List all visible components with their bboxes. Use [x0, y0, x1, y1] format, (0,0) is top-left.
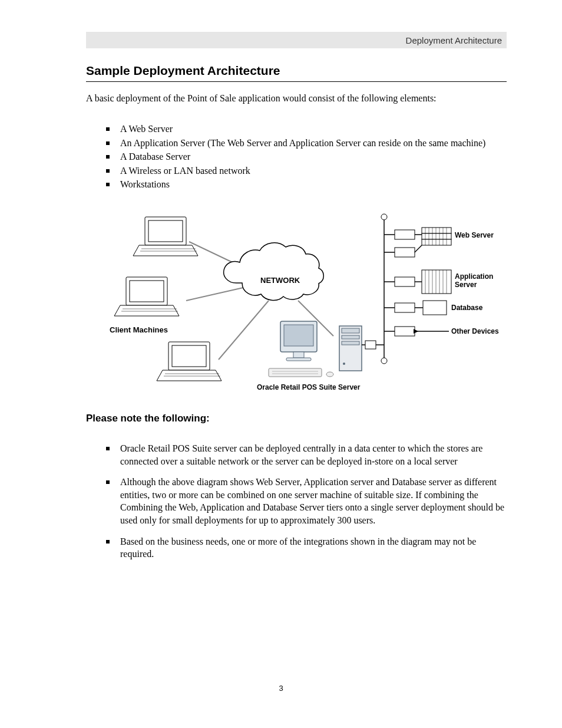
web-server-label: Web Server — [455, 231, 494, 239]
other-devices-node — [384, 327, 449, 336]
database-label: Database — [451, 304, 482, 312]
svg-rect-21 — [293, 352, 304, 358]
svg-rect-55 — [395, 277, 415, 286]
svg-point-26 — [326, 372, 333, 377]
svg-rect-5 — [148, 220, 183, 242]
svg-rect-66 — [395, 303, 415, 312]
svg-marker-6 — [133, 245, 198, 256]
list-item: A Web Server — [86, 123, 507, 136]
section-divider — [86, 81, 507, 82]
bullet-icon — [106, 480, 110, 484]
workstation-icon — [269, 321, 362, 377]
svg-rect-15 — [172, 345, 206, 367]
client-machines-label: Client Machines — [110, 325, 168, 334]
page-number: 3 — [0, 684, 562, 693]
svg-rect-43 — [422, 239, 451, 245]
section-title: Sample Deployment Architecture — [86, 64, 280, 78]
svg-line-53 — [415, 245, 422, 252]
svg-rect-42 — [422, 233, 451, 239]
bullet-icon — [106, 540, 110, 543]
bullet-icon — [106, 141, 110, 145]
database-node — [384, 301, 447, 315]
list-item: A Database Server — [86, 150, 507, 163]
svg-marker-11 — [114, 305, 179, 316]
list-item: A Wireless or LAN based network — [86, 164, 507, 177]
svg-rect-23 — [269, 368, 322, 377]
svg-line-2 — [219, 301, 269, 360]
notes-heading: Please note the following: — [86, 413, 507, 424]
laptop-icon — [114, 277, 179, 316]
svg-point-37 — [381, 358, 387, 364]
app-server-label: Application Server — [455, 272, 502, 289]
svg-marker-72 — [414, 329, 418, 334]
svg-rect-39 — [395, 230, 415, 239]
bullet-icon — [106, 169, 110, 173]
list-item-text: Based on the business needs, one or more… — [120, 535, 507, 561]
intro-paragraph: A basic deployment of the Point of Sale … — [86, 92, 507, 105]
svg-rect-32 — [365, 341, 376, 349]
bullet-icon — [106, 155, 110, 159]
bullet-icon — [106, 127, 110, 131]
list-item: Oracle Retail POS Suite server can be de… — [86, 442, 507, 467]
cloud-label: NETWORK — [260, 276, 300, 285]
list-item: Although the above diagram shows Web Ser… — [86, 476, 507, 526]
svg-point-31 — [343, 363, 345, 365]
running-header-text: Deployment Architecture — [406, 35, 502, 45]
svg-rect-20 — [284, 325, 313, 346]
svg-line-1 — [186, 286, 251, 301]
list-item-text: A Database Server — [120, 150, 507, 163]
svg-rect-22 — [286, 358, 311, 361]
cloud-icon — [224, 243, 324, 301]
web-server-rack — [384, 228, 451, 257]
other-devices-label: Other Devices — [451, 327, 499, 335]
hardware-list: A Web Server An Application Server (The … — [86, 123, 507, 192]
svg-marker-16 — [157, 370, 222, 381]
svg-rect-29 — [342, 335, 359, 339]
list-item-text: Workstations — [120, 178, 507, 191]
list-item-text: An Application Server (The Web Server an… — [120, 137, 507, 150]
svg-rect-28 — [342, 328, 359, 333]
architecture-diagram: NETWORK Client Machines Oracle Retail PO… — [86, 206, 507, 395]
svg-rect-68 — [423, 301, 447, 315]
svg-rect-57 — [422, 270, 451, 294]
svg-rect-30 — [342, 341, 359, 345]
list-item-text: Although the above diagram shows Web Ser… — [120, 476, 507, 526]
svg-rect-52 — [395, 248, 415, 257]
notes-list: Oracle Retail POS Suite server can be de… — [86, 442, 507, 569]
list-item-text: Oracle Retail POS Suite server can be de… — [120, 442, 507, 467]
svg-rect-41 — [422, 228, 451, 233]
list-item: Based on the business needs, one or more… — [86, 535, 507, 561]
server-label: Oracle Retail POS Suite Server — [257, 383, 360, 391]
list-item: An Application Server (The Web Server an… — [86, 137, 507, 150]
bullet-icon — [106, 447, 110, 450]
svg-rect-70 — [395, 327, 415, 336]
app-server-rack — [384, 270, 451, 294]
list-item-text: A Wireless or LAN based network — [120, 164, 507, 177]
laptop-icon — [133, 217, 198, 256]
running-header: Deployment Architecture — [86, 32, 507, 48]
list-item: Workstations — [86, 178, 507, 191]
diagram-svg — [86, 206, 507, 395]
svg-rect-10 — [130, 281, 164, 302]
list-item-text: A Web Server — [120, 123, 507, 136]
laptop-icon — [157, 342, 222, 381]
svg-point-36 — [381, 214, 387, 220]
bullet-icon — [106, 183, 110, 186]
